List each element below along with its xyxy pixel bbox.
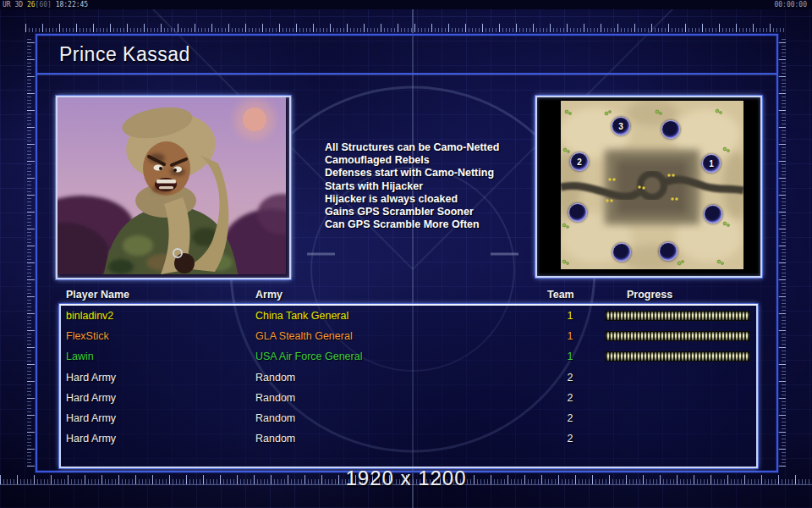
ruler-right xyxy=(778,39,786,467)
player-row: Hard Army Random 2 xyxy=(61,388,756,408)
player-army: Random xyxy=(255,372,295,384)
ruler-left xyxy=(27,39,35,467)
ability-item: Gains GPS Scrambler Sooner xyxy=(325,206,499,218)
player-name: Hard Army xyxy=(66,433,116,444)
player-row: Hard Army Random 2 xyxy=(61,367,756,388)
ability-item: Starts with Hijacker xyxy=(325,180,499,193)
player-name: Hard Army xyxy=(66,392,116,404)
ability-list: All Structures can be Camo-Netted Camouf… xyxy=(325,141,499,231)
main-panel: Prince Kassad xyxy=(36,34,778,472)
progress-bar xyxy=(605,351,750,362)
column-progress: Progress xyxy=(627,289,672,301)
player-army: GLA Stealth General xyxy=(255,330,353,342)
map-preview: 3 2 1 xyxy=(535,96,762,278)
player-name: Hard Army xyxy=(66,412,116,424)
player-team: 2 xyxy=(557,372,583,384)
ability-item: Defenses start with Camo-Netting xyxy=(325,167,499,179)
ruler-top xyxy=(25,24,787,32)
column-player-name: Player Name xyxy=(66,289,129,301)
column-team: Team xyxy=(547,289,574,301)
player-table-header: Player Name Army Team Progress xyxy=(59,287,758,304)
start-position-marker xyxy=(704,205,722,224)
player-team: 1 xyxy=(557,310,583,322)
start-position-marker: 1 xyxy=(702,154,721,173)
player-team: 2 xyxy=(557,433,583,444)
player-name: FlexStick xyxy=(66,330,109,342)
ability-item: Camouflaged Rebels xyxy=(325,154,499,167)
fps-value: 26 xyxy=(27,1,36,8)
player-name: Lawin xyxy=(66,351,94,362)
start-position-marker xyxy=(612,243,631,262)
fps-cap: [60] xyxy=(36,1,52,8)
debug-clock: 18:22:45 xyxy=(56,1,89,8)
player-army: Random xyxy=(255,392,295,404)
player-army: USA Air Force General xyxy=(255,351,362,362)
general-title: Prince Kassad xyxy=(59,43,190,66)
player-army: China Tank General xyxy=(255,310,348,322)
player-army: Random xyxy=(255,412,295,424)
progress-bar xyxy=(605,311,750,321)
top-strip: UR 3D 26[60] 18:22:45 00:00:00 xyxy=(0,0,812,9)
loading-screen: UR 3D 26[60] 18:22:45 00:00:00 Prince Ka… xyxy=(0,0,812,508)
title-bar: Prince Kassad xyxy=(37,36,776,75)
player-list: binladinv2 China Tank General 1 FlexStic… xyxy=(59,304,758,468)
player-team: 2 xyxy=(557,412,583,424)
player-name: binladinv2 xyxy=(66,310,113,322)
player-name: Hard Army xyxy=(66,372,116,384)
map-terrain xyxy=(561,101,743,269)
debug-readout: UR 3D 26[60] 18:22:45 xyxy=(3,0,88,9)
start-position-marker: 3 xyxy=(612,117,630,135)
progress-bar xyxy=(605,331,750,341)
player-row: Lawin USA Air Force General 1 xyxy=(61,346,756,367)
ability-item: Can GPS Scramble More Often xyxy=(325,218,499,231)
player-team: 1 xyxy=(557,330,583,342)
start-position-marker xyxy=(661,120,680,139)
resolution-label: 1920 x 1200 xyxy=(0,467,812,490)
start-position-marker xyxy=(568,203,587,222)
start-position-marker: 2 xyxy=(570,152,589,171)
general-portrait xyxy=(56,96,291,279)
portrait-illustration xyxy=(58,97,286,274)
player-army: Random xyxy=(255,433,295,444)
player-row: Hard Army Random 2 xyxy=(61,428,756,449)
start-position-marker xyxy=(659,242,678,261)
ability-item: All Structures can be Camo-Netted xyxy=(325,141,499,154)
player-row: FlexStick GLA Stealth General 1 xyxy=(61,326,756,346)
column-army: Army xyxy=(255,289,283,301)
ability-item: Hijacker is always cloaked xyxy=(325,193,499,206)
player-row: Hard Army Random 2 xyxy=(61,408,756,428)
player-row: binladinv2 China Tank General 1 xyxy=(61,306,756,326)
renderer-label: UR 3D xyxy=(3,1,23,8)
player-team: 2 xyxy=(557,392,583,404)
match-timer: 00:00:00 xyxy=(774,0,807,9)
player-team: 1 xyxy=(557,351,583,362)
